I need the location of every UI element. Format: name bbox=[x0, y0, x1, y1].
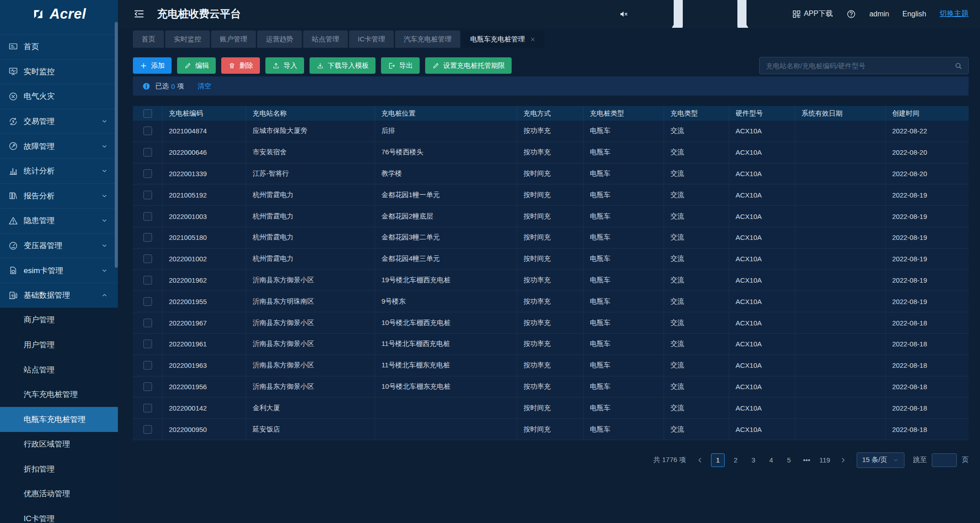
pages-ellipsis[interactable]: ••• bbox=[800, 453, 813, 467]
table-row[interactable]: 2022001955沂南县东方明珠南区9号楼东按功率充电瓶车交流ACX10A20… bbox=[133, 291, 969, 312]
table-row[interactable]: 2022000646市安装宿舍76号楼西楼头按功率充电瓶车交流ACX10A202… bbox=[133, 142, 969, 163]
sidebar-scrollbar[interactable] bbox=[115, 22, 118, 268]
tab-1[interactable]: 实时监控 bbox=[165, 30, 210, 48]
tab-6[interactable]: 汽车充电桩管理 bbox=[395, 30, 460, 48]
row-checkbox[interactable] bbox=[143, 212, 152, 221]
sidebar-subitem-3[interactable]: 汽车充电桩管理 bbox=[0, 382, 118, 407]
row-checkbox[interactable] bbox=[143, 382, 152, 391]
sidebar-item-9[interactable]: esim卡管理 bbox=[0, 258, 118, 283]
table-row[interactable]: 2022001002杭州雷霆电力金都花园4幢三单元按时间充电瓶车交流ACX10A… bbox=[133, 249, 969, 270]
tab-3[interactable]: 运营趋势 bbox=[257, 30, 302, 48]
set-hosting-period-button[interactable]: 设置充电桩托管期限 bbox=[425, 57, 512, 74]
row-checkbox[interactable] bbox=[143, 276, 152, 284]
row-checkbox[interactable] bbox=[143, 361, 152, 370]
next-page-button[interactable] bbox=[836, 457, 850, 464]
column-header[interactable]: 创建时间 bbox=[886, 106, 969, 121]
row-checkbox[interactable] bbox=[143, 191, 152, 199]
row-checkbox[interactable] bbox=[143, 233, 152, 242]
clear-selection-link[interactable]: 清空 bbox=[198, 82, 211, 91]
delete-button[interactable]: 删除 bbox=[221, 57, 260, 74]
tab-7[interactable]: 电瓶车充电桩管理 bbox=[462, 30, 544, 48]
column-header[interactable]: 充电类型 bbox=[664, 106, 729, 121]
sidebar-item-8[interactable]: 变压器管理 bbox=[0, 233, 118, 258]
page-button-4[interactable]: 4 bbox=[764, 453, 778, 467]
sidebar-subitem-7[interactable]: 优惠活动管理 bbox=[0, 482, 118, 507]
sidebar-subitem-5[interactable]: 行政区域管理 bbox=[0, 432, 118, 457]
sidebar-subitem-8[interactable]: IC卡管理 bbox=[0, 506, 118, 523]
search-icon[interactable] bbox=[954, 61, 963, 70]
table-row[interactable]: 2022001339江苏-智将行教学楼按时间充电瓶车交流ACX10A2022-0… bbox=[133, 163, 969, 185]
close-icon[interactable] bbox=[530, 36, 536, 42]
sidebar-item-7[interactable]: 隐患管理 bbox=[0, 208, 118, 233]
column-header[interactable]: 硬件型号 bbox=[729, 106, 795, 121]
table-row[interactable]: 2022001956沂南县东方御景小区10号楼北车棚东充电桩按功率充电瓶车交流A… bbox=[133, 376, 969, 398]
row-checkbox[interactable] bbox=[143, 404, 152, 412]
search-input[interactable] bbox=[765, 61, 954, 70]
table-row[interactable]: 2022001961沂南县东方御景小区11号楼北车棚西充电桩按功率充电瓶车交流A… bbox=[133, 334, 969, 355]
page-button-1[interactable]: 1 bbox=[711, 453, 725, 467]
row-checkbox[interactable] bbox=[143, 169, 152, 178]
row-checkbox[interactable] bbox=[143, 340, 152, 348]
table-row[interactable]: 2022001963沂南县东方御景小区11号楼北车棚东充电桩按功率充电瓶车交流A… bbox=[133, 355, 969, 376]
help-icon[interactable] bbox=[846, 9, 856, 19]
table-row[interactable]: 2021005192杭州雷霆电力金都花园1幢一单元按时间充电瓶车交流ACX10A… bbox=[133, 184, 969, 206]
sidebar-item-2[interactable]: 电气火灾 bbox=[0, 84, 118, 109]
row-checkbox[interactable] bbox=[143, 319, 152, 327]
tab-2[interactable]: 账户管理 bbox=[211, 30, 256, 48]
username[interactable]: admin bbox=[869, 10, 889, 18]
add-button[interactable]: 添加 bbox=[133, 57, 172, 74]
sidebar-subitem-6[interactable]: 折扣管理 bbox=[0, 457, 118, 482]
table-row[interactable]: 2022000950延安饭店按时间充电瓶车交流ACX10A2022-08-18 bbox=[133, 419, 969, 440]
page-size-select[interactable]: 15 条/页 bbox=[857, 452, 904, 468]
page-button-3[interactable]: 3 bbox=[746, 453, 760, 467]
sidebar-item-3[interactable]: ¥交易管理 bbox=[0, 109, 118, 134]
table-row[interactable]: 2022001962沂南县东方御景小区19号楼北车棚西充电桩按功率充电瓶车交流A… bbox=[133, 270, 969, 291]
column-header[interactable]: 充电桩编码 bbox=[162, 106, 246, 121]
table-row[interactable]: 2022001967沂南县东方御景小区10号楼北车棚西充电桩按功率充电瓶车交流A… bbox=[133, 312, 969, 334]
sidebar-item-0[interactable]: 首页 bbox=[0, 34, 118, 59]
page-button-5[interactable]: 5 bbox=[782, 453, 796, 467]
app-download-link[interactable]: APP下载 bbox=[792, 9, 833, 19]
jump-page-input[interactable] bbox=[932, 453, 957, 467]
collapse-menu-icon[interactable] bbox=[133, 8, 145, 20]
sidebar-item-5[interactable]: 统计分析 bbox=[0, 158, 118, 183]
table-row[interactable]: 2022001003杭州雷霆电力金都花园2幢底层按时间充电瓶车交流ACX10A2… bbox=[133, 206, 969, 227]
sidebar-item-1[interactable]: 实时监控 bbox=[0, 59, 118, 84]
tab-0[interactable]: 首页 bbox=[133, 30, 164, 48]
row-checkbox[interactable] bbox=[143, 127, 152, 135]
sidebar-subitem-4[interactable]: 电瓶车充电桩管理 bbox=[0, 407, 118, 432]
table-cell: 2022-08-18 bbox=[886, 397, 969, 418]
table-row[interactable]: 2022000142金利大厦按时间充电瓶车交流ACX10A2022-08-18 bbox=[133, 397, 969, 419]
row-checkbox[interactable] bbox=[143, 297, 152, 306]
table-row[interactable]: 2021004874应城市保险大厦旁后排按功率充电瓶车交流ACX10A2022-… bbox=[133, 121, 969, 142]
table-row[interactable]: 2021005180杭州雷霆电力金都花园3幢二单元按时间充电瓶车交流ACX10A… bbox=[133, 227, 969, 249]
column-header[interactable]: 充电站名称 bbox=[246, 106, 375, 121]
column-header[interactable]: 充电桩位置 bbox=[375, 106, 517, 121]
sidebar-item-6[interactable]: 报告分析 bbox=[0, 183, 118, 208]
column-header[interactable]: 充电桩类型 bbox=[584, 106, 664, 121]
sidebar-item-10[interactable]: 基础数据管理 bbox=[0, 283, 118, 308]
row-checkbox[interactable] bbox=[143, 425, 152, 434]
sidebar-subitem-0[interactable]: 商户管理 bbox=[0, 308, 118, 333]
theme-switch-link[interactable]: 切换主题 bbox=[939, 9, 969, 19]
page-button-2[interactable]: 2 bbox=[729, 453, 742, 467]
row-checkbox[interactable] bbox=[143, 148, 152, 157]
select-all-checkbox[interactable] bbox=[143, 109, 152, 118]
page-button-119[interactable]: 119 bbox=[818, 453, 832, 467]
row-checkbox[interactable] bbox=[143, 254, 152, 263]
column-header[interactable]: 系统有效日期 bbox=[795, 106, 886, 121]
language-switch[interactable]: English bbox=[903, 10, 926, 18]
download-template-button[interactable]: 下载导入模板 bbox=[310, 57, 376, 74]
sidebar-subitem-2[interactable]: 站点管理 bbox=[0, 357, 118, 382]
tab-5[interactable]: IC卡管理 bbox=[349, 30, 394, 48]
export-button[interactable]: 导出 bbox=[381, 57, 420, 74]
edit-button[interactable]: 编辑 bbox=[177, 57, 216, 74]
sidebar-subitem-1[interactable]: 用户管理 bbox=[0, 332, 118, 357]
sidebar-item-4[interactable]: 故障管理 bbox=[0, 133, 118, 158]
tab-4[interactable]: 站点管理 bbox=[303, 30, 348, 48]
prev-page-button[interactable] bbox=[693, 457, 707, 464]
table-cell bbox=[375, 419, 517, 440]
import-button[interactable]: 导入 bbox=[265, 57, 304, 74]
column-header[interactable]: 充电方式 bbox=[517, 106, 584, 121]
mute-icon[interactable] bbox=[619, 9, 629, 19]
